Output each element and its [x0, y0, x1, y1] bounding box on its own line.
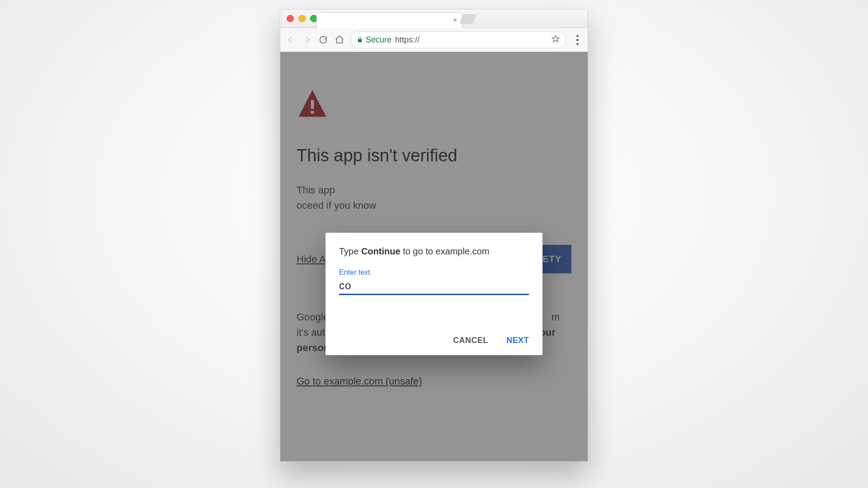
dialog-prompt: Type Continue to go to example.com — [339, 246, 529, 257]
arrow-right-icon — [302, 35, 312, 45]
confirm-dialog: Type Continue to go to example.com Enter… — [326, 233, 542, 355]
lock-icon — [357, 37, 363, 43]
dialog-text-input[interactable] — [339, 279, 529, 292]
window-controls — [280, 15, 317, 22]
kebab-dot-icon — [576, 39, 579, 41]
browser-tab[interactable]: × — [316, 12, 462, 28]
cancel-button[interactable]: CANCEL — [453, 336, 488, 345]
bookmark-button[interactable] — [551, 34, 560, 46]
home-button[interactable] — [335, 35, 344, 45]
dialog-field-label: Enter text — [339, 268, 529, 277]
dialog-text-field[interactable] — [339, 279, 529, 295]
secure-label: Secure — [366, 35, 392, 45]
star-icon — [551, 34, 560, 43]
minimize-window-button[interactable] — [298, 15, 306, 22]
url-text: https:// — [395, 35, 420, 45]
nav-back-button[interactable] — [286, 35, 296, 45]
browser-toolbar: Secure https:// — [280, 28, 588, 52]
window-titlebar: × — [280, 9, 588, 28]
reload-icon — [318, 35, 328, 45]
close-window-button[interactable] — [287, 15, 294, 22]
home-icon — [335, 35, 344, 45]
kebab-dot-icon — [576, 43, 579, 45]
browser-window: × Secure https:// — [280, 9, 588, 462]
address-bar[interactable]: Secure https:// — [351, 31, 566, 48]
reload-button[interactable] — [318, 35, 328, 45]
browser-menu-button[interactable] — [572, 35, 582, 45]
nav-forward-button[interactable] — [302, 35, 312, 45]
new-tab-button[interactable] — [459, 14, 476, 24]
arrow-left-icon — [286, 35, 296, 45]
kebab-dot-icon — [576, 35, 579, 37]
content-area: This app isn't verified This app xxxxxxx… — [280, 52, 588, 462]
secure-indicator: Secure — [357, 35, 392, 45]
tab-close-icon[interactable]: × — [453, 17, 457, 24]
next-button[interactable]: NEXT — [506, 336, 529, 345]
